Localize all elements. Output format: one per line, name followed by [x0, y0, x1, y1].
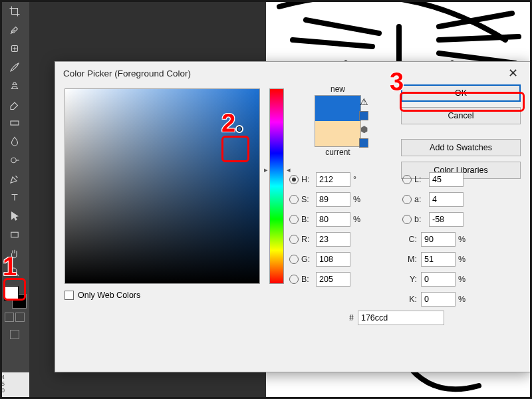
lab-b-input[interactable]	[429, 212, 464, 227]
b-input[interactable]	[316, 272, 350, 287]
brush-tool[interactable]	[3, 59, 27, 76]
b-radio[interactable]	[289, 275, 299, 284]
current-label: current	[301, 148, 374, 157]
m-input[interactable]	[421, 252, 456, 267]
svg-rect-1	[11, 121, 19, 125]
blur-tool[interactable]	[3, 133, 27, 150]
type-tool[interactable]	[3, 189, 27, 206]
sat-radio[interactable]	[289, 195, 299, 204]
only-web-colors-checkbox[interactable]	[65, 291, 74, 300]
pen-tool[interactable]	[3, 170, 27, 188]
new-label: new	[301, 84, 374, 94]
websafe-warning-icon[interactable]: ⬢	[360, 124, 368, 134]
tools-panel	[0, 0, 29, 399]
svg-rect-3	[11, 232, 19, 237]
svg-point-2	[11, 158, 17, 163]
g-radio[interactable]	[289, 255, 299, 264]
eyedropper-tool[interactable]	[3, 21, 27, 39]
r-input[interactable]	[316, 232, 350, 247]
add-to-swatches-button[interactable]: Add to Swatches	[401, 139, 521, 156]
k-input[interactable]	[421, 292, 456, 307]
bri-radio[interactable]	[289, 215, 299, 224]
screen-mode-toggle[interactable]	[3, 330, 27, 343]
a-input[interactable]	[429, 192, 464, 207]
y-input[interactable]	[421, 272, 456, 287]
r-radio[interactable]	[289, 235, 299, 244]
path-selection-tool[interactable]	[3, 207, 27, 225]
l-radio[interactable]	[402, 175, 412, 184]
foreground-color-swatch[interactable]	[4, 286, 19, 301]
svg-point-4	[11, 268, 17, 274]
lab-b-radio[interactable]	[402, 215, 412, 224]
hex-input[interactable]	[358, 311, 444, 325]
hue-radio[interactable]	[289, 175, 299, 184]
gamut-swatch-2[interactable]	[359, 138, 368, 148]
ruler-fragment: 450	[0, 372, 29, 399]
hue-slider-thumb[interactable]: ▸◂	[264, 166, 291, 172]
current-color-swatch[interactable]	[315, 121, 360, 146]
color-selection-ring[interactable]	[235, 125, 243, 133]
ok-button[interactable]: OK	[401, 84, 521, 102]
dialog-titlebar: Color Picker (Foreground Color) ✕	[55, 62, 530, 84]
gamut-swatch-1[interactable]	[359, 111, 368, 120]
a-radio[interactable]	[402, 195, 412, 204]
new-color-swatch[interactable]	[315, 96, 360, 121]
rectangle-tool[interactable]	[3, 226, 27, 243]
color-swatches[interactable]	[3, 285, 27, 309]
saturation-brightness-field[interactable]	[65, 88, 260, 284]
gradient-tool[interactable]	[3, 114, 27, 132]
hue-input[interactable]	[316, 172, 350, 187]
crop-tool[interactable]	[3, 3, 27, 20]
dodge-tool[interactable]	[3, 152, 27, 169]
bri-input[interactable]	[316, 212, 350, 227]
quick-mask-toggle[interactable]	[3, 313, 27, 326]
hand-tool[interactable]	[3, 245, 27, 262]
l-input[interactable]	[429, 172, 464, 187]
eraser-tool[interactable]	[3, 96, 27, 113]
dialog-title: Color Picker (Foreground Color)	[63, 68, 191, 78]
gamut-warning-icon[interactable]: ⚠	[360, 96, 368, 107]
hue-slider[interactable]	[269, 88, 284, 284]
c-input[interactable]	[421, 232, 456, 247]
g-input[interactable]	[316, 252, 350, 267]
clone-stamp-tool[interactable]	[3, 77, 27, 94]
cancel-button[interactable]: Cancel	[401, 107, 521, 124]
hex-label: #	[349, 313, 354, 323]
zoom-tool[interactable]	[3, 263, 27, 281]
healing-brush-tool[interactable]	[3, 40, 27, 57]
sat-input[interactable]	[316, 192, 350, 207]
gamut-warnings: ⚠ ⬢	[356, 96, 372, 148]
only-web-colors-label: Only Web Colors	[78, 291, 140, 300]
close-icon[interactable]: ✕	[504, 66, 522, 80]
color-picker-dialog: Color Picker (Foreground Color) ✕ ▸◂ new…	[55, 61, 531, 372]
